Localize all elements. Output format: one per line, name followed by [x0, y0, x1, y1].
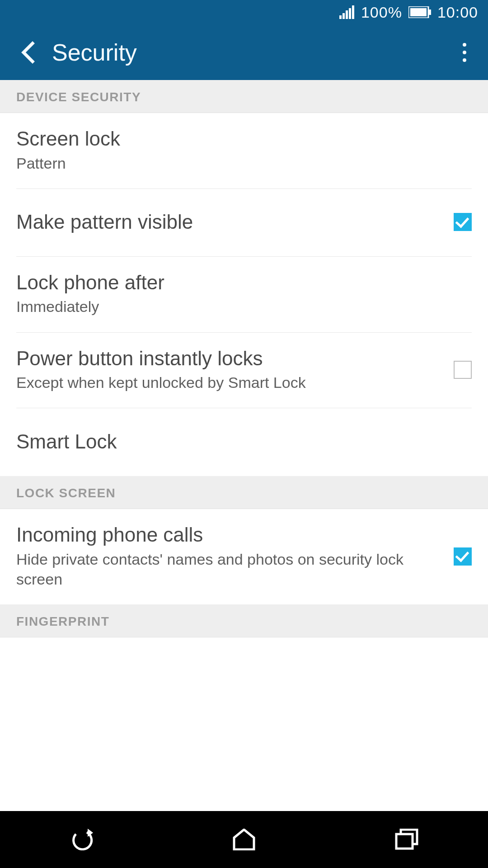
row-subtitle: Hide private contacts' names and photos … [16, 549, 443, 589]
overflow-menu-button[interactable] [453, 41, 476, 64]
back-button[interactable] [16, 41, 39, 64]
row-lock-phone-after[interactable]: Lock phone after Immediately [0, 257, 488, 333]
row-power-button-locks[interactable]: Power button instantly locks Except when… [0, 333, 488, 409]
dots-icon [463, 43, 466, 47]
nav-recent-button[interactable] [380, 821, 434, 858]
row-title: Make pattern visible [16, 211, 443, 234]
row-title: Screen lock [16, 127, 472, 151]
svg-rect-1 [343, 13, 345, 19]
battery-percent: 100% [361, 4, 402, 21]
row-subtitle: Immediately [16, 297, 472, 316]
svg-rect-6 [410, 8, 427, 16]
navigation-bar [0, 811, 488, 868]
svg-rect-3 [349, 8, 351, 19]
row-screen-lock[interactable]: Screen lock Pattern [0, 113, 488, 189]
section-header-lock-screen: LOCK SCREEN [0, 476, 488, 509]
row-title: Lock phone after [16, 271, 472, 294]
row-subtitle: Except when kept unlocked by Smart Lock [16, 373, 443, 392]
svg-rect-0 [339, 15, 342, 19]
settings-list: DEVICE SECURITY Screen lock Pattern Make… [0, 80, 488, 637]
svg-rect-10 [396, 834, 413, 849]
row-incoming-phone-calls[interactable]: Incoming phone calls Hide private contac… [0, 509, 488, 604]
checkbox-power-button-locks[interactable] [454, 361, 472, 379]
checkbox-make-pattern-visible[interactable] [454, 213, 472, 231]
svg-rect-4 [352, 5, 354, 19]
nav-back-button[interactable] [54, 821, 108, 858]
signal-icon [339, 5, 355, 19]
battery-icon [408, 6, 431, 18]
nav-home-button[interactable] [217, 821, 271, 858]
svg-rect-2 [346, 10, 348, 19]
row-title: Power button instantly locks [16, 347, 443, 370]
dots-icon [463, 58, 466, 62]
row-make-pattern-visible[interactable]: Make pattern visible [0, 189, 488, 257]
app-bar: Security [0, 24, 488, 80]
status-bar: 100% 10:00 [0, 0, 488, 24]
clock: 10:00 [437, 4, 478, 21]
page-title: Security [52, 39, 453, 66]
row-smart-lock[interactable]: Smart Lock [0, 408, 488, 476]
row-title: Smart Lock [16, 430, 472, 453]
checkbox-incoming-phone-calls[interactable] [454, 547, 472, 566]
row-title: Incoming phone calls [16, 524, 443, 547]
svg-rect-7 [429, 9, 431, 15]
section-header-device-security: DEVICE SECURITY [0, 80, 488, 113]
section-header-fingerprint: FINGERPRINT [0, 604, 488, 637]
row-subtitle: Pattern [16, 153, 472, 173]
dots-icon [463, 51, 466, 54]
